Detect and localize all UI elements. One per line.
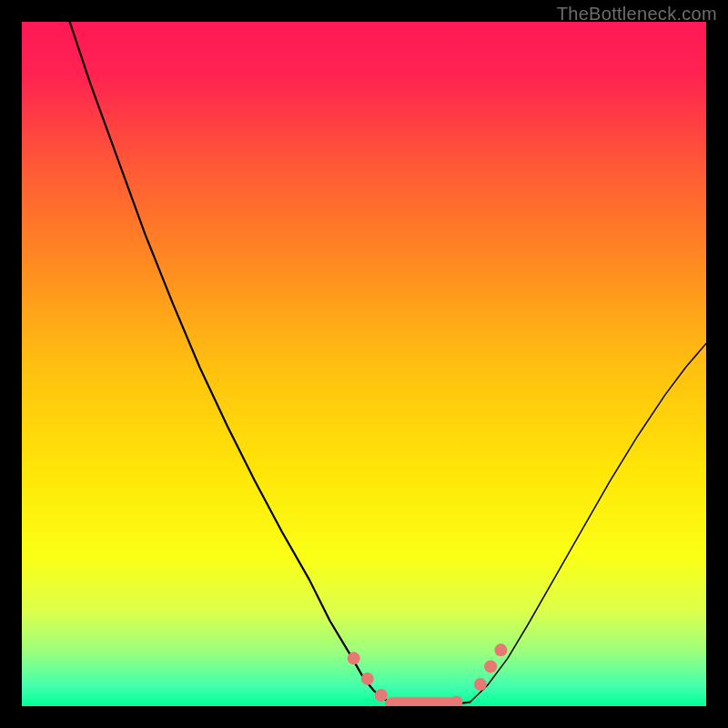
marker-capsule (385, 697, 456, 706)
chart-frame: TheBottleneck.com (0, 0, 728, 728)
chart-plot (22, 22, 706, 706)
watermark-text: TheBottleneck.com (557, 4, 717, 25)
marker-point-0 (348, 652, 360, 664)
marker-point-6 (494, 643, 507, 656)
marker-point-4 (474, 678, 487, 691)
chart-background (22, 22, 706, 706)
marker-point-2 (375, 689, 388, 702)
marker-point-1 (361, 672, 374, 685)
marker-point-5 (484, 660, 497, 672)
